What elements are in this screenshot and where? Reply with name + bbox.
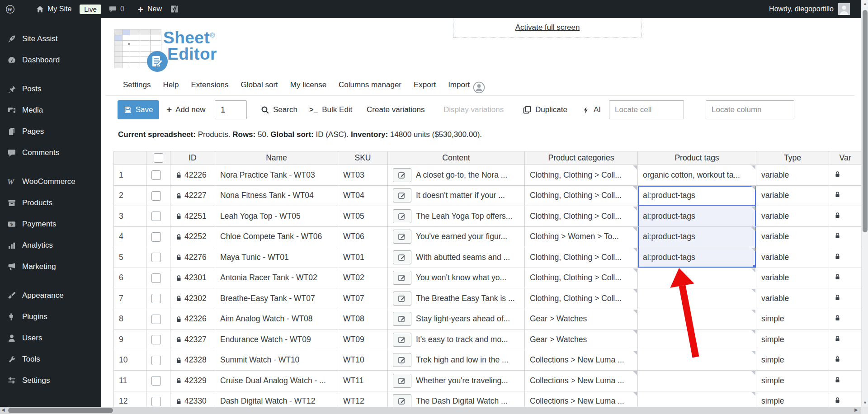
cell-id[interactable]: 42227 [170,185,215,206]
sidebar-item-products[interactable]: Products [0,192,101,213]
cell-type[interactable]: simple [756,329,829,350]
cell-product-categories[interactable]: Gear > Watches [525,329,638,350]
autocomplete-arrow-icon[interactable] [751,351,755,355]
cell-sku[interactable]: WT03 [338,165,388,186]
autocomplete-arrow-icon[interactable] [633,371,637,375]
cell-product-tags[interactable] [638,268,756,288]
cell-product-tags[interactable]: ai:product-tags [638,247,756,268]
row-number[interactable]: 1 [114,165,146,186]
row-checkbox[interactable] [151,397,161,406]
cell-product-tags[interactable] [638,288,756,309]
profile-circle-icon[interactable] [473,81,485,94]
open-editor-button[interactable] [393,312,411,326]
cell-variations[interactable] [829,206,862,227]
autocomplete-arrow-icon[interactable] [633,227,637,231]
cell-name[interactable]: Antonia Racer Tank - WT02 [215,268,338,288]
cell-variations[interactable] [829,309,862,329]
row-select-cell[interactable] [146,185,170,206]
cell-product-categories[interactable]: Gear > Watches [525,309,638,329]
cell-product-categories[interactable]: Collections > New Luma ... [525,371,638,391]
open-editor-button[interactable] [393,209,411,223]
cell-name[interactable]: Nora Practice Tank - WT03 [215,165,338,186]
row-checkbox[interactable] [151,232,161,242]
cell-content[interactable]: It doesn't matter if your ... [388,185,525,206]
tab-global-sort[interactable]: Global sort [241,80,278,89]
yoast-seo-menu[interactable] [170,5,179,14]
autocomplete-arrow-icon[interactable] [633,268,637,273]
cell-id[interactable]: 42276 [170,247,215,268]
autocomplete-arrow-icon[interactable] [751,227,755,231]
cell-name[interactable]: Leah Yoga Top - WT05 [215,206,338,227]
row-checkbox[interactable] [151,212,161,221]
autocomplete-arrow-icon[interactable] [633,351,637,355]
cell-product-categories[interactable]: Clothing, Clothing > Coll... [525,165,638,186]
open-editor-button[interactable] [393,374,411,388]
new-content-menu[interactable]: + New [138,5,162,14]
cell-product-categories[interactable]: Clothing, Clothing > Coll... [525,247,638,268]
create-variations-button[interactable]: Create variations [367,100,425,119]
cell-product-tags[interactable] [638,350,756,371]
column-header-name[interactable]: Name [215,151,338,165]
cell-name[interactable]: Breathe-Easy Tank - WT07 [215,288,338,309]
cell-product-categories[interactable]: Clothing, Clothing > Coll... [525,206,638,227]
cell-id[interactable]: 42251 [170,206,215,227]
row-checkbox[interactable] [151,376,161,386]
sidebar-item-comments[interactable]: Comments [0,142,101,163]
cell-content[interactable]: It's easy to track and mo... [388,329,525,350]
tab-extensions[interactable]: Extensions [191,80,228,89]
sidebar-item-woocommerce[interactable]: WWooCommerce [0,171,101,192]
sidebar-item-pages[interactable]: Pages [0,121,101,142]
column-header-sku[interactable]: SKU [338,151,388,165]
search-button[interactable]: Search [261,100,297,119]
autocomplete-arrow-icon[interactable] [633,289,637,293]
tab-columns-manager[interactable]: Columns manager [339,80,401,89]
live-badge[interactable]: Live [80,5,101,14]
my-site-link[interactable]: My Site [36,5,71,14]
cell-content[interactable]: With abutted seams and ... [388,247,525,268]
select-all-checkbox[interactable] [154,153,163,163]
scroll-right-arrow[interactable]: ▶ [854,407,858,412]
column-header-content[interactable]: Content [388,151,525,165]
cell-type[interactable]: variable [756,288,829,309]
cell-product-tags[interactable]: ai:product-tags [638,185,756,206]
cell-product-tags[interactable]: organic cotton, workout ta... [638,165,756,186]
cell-type[interactable]: variable [756,206,829,227]
autocomplete-arrow-icon[interactable] [751,371,755,375]
autocomplete-arrow-icon[interactable] [751,289,755,293]
vertical-scrollbar[interactable]: ▲ ▼ [861,0,868,407]
sidebar-item-tools[interactable]: Tools [0,348,101,370]
column-header-type[interactable]: Type [756,151,829,165]
row-number[interactable]: 10 [114,350,146,371]
cell-content[interactable]: Stay light-years ahead of... [388,309,525,329]
cell-variations[interactable] [829,350,862,371]
open-editor-button[interactable] [393,292,411,306]
cell-type[interactable]: simple [756,309,829,329]
autocomplete-arrow-icon[interactable] [751,330,755,334]
row-select-cell[interactable] [146,309,170,329]
cell-content[interactable]: The Breathe Easy Tank is ... [388,288,525,309]
row-checkbox[interactable] [151,273,161,283]
sidebar-item-plugins[interactable]: Plugins [0,306,101,327]
sidebar-item-marketing[interactable]: Marketing [0,256,101,277]
row-checkbox[interactable] [151,315,161,324]
open-editor-button[interactable] [393,271,411,285]
cell-sku[interactable]: WT02 [338,268,388,288]
row-number[interactable]: 5 [114,247,146,268]
cell-content[interactable]: You've earned your figur... [388,226,525,247]
duplicate-button[interactable]: Duplicate [523,100,567,119]
open-editor-button[interactable] [393,394,411,408]
row-number[interactable]: 3 [114,206,146,227]
sidebar-item-appearance[interactable]: Appearance [0,285,101,306]
cell-sku[interactable]: WT11 [338,371,388,391]
row-number[interactable]: 9 [114,329,146,350]
cell-content[interactable]: Trek high and low in the ... [388,350,525,371]
row-select-cell[interactable] [146,247,170,268]
row-number[interactable]: 4 [114,226,146,247]
autocomplete-arrow-icon[interactable] [751,186,755,190]
sidebar-item-posts[interactable]: Posts [0,78,101,99]
tab-my-license[interactable]: My license [290,80,326,89]
autocomplete-arrow-icon[interactable] [751,248,755,252]
comments-shortcut[interactable]: 0 [108,5,124,14]
cell-product-tags[interactable]: ai:product-tags [638,226,756,247]
cell-variations[interactable] [829,247,862,268]
